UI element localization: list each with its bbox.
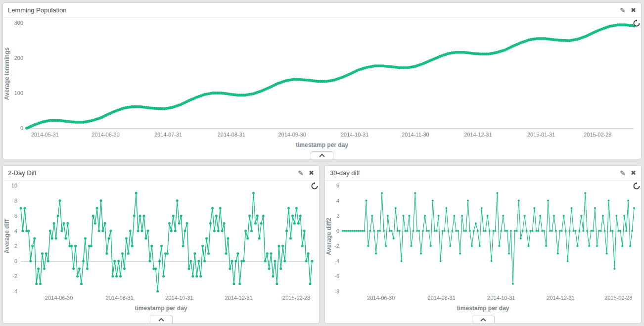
x-axis-title: timestamp per day [325, 304, 641, 314]
panel-header: Lemming Population ✎ ✖ [3, 3, 641, 18]
x-axis-title: timestamp per day [3, 141, 641, 151]
panel-lemming-population: Lemming Population ✎ ✖ Average lemmings … [2, 2, 642, 159]
lemming-population-chart-canvas[interactable] [3, 18, 641, 141]
edit-icon[interactable]: ✎ [620, 170, 626, 177]
chart-area: Average diff [3, 181, 319, 304]
collapse-button[interactable] [150, 316, 173, 323]
chart-area: Average lemmings [3, 18, 641, 141]
panel-body: Average diff timestamp per day [3, 181, 319, 323]
panel-header: 2-Day Diff ✎ ✖ [3, 166, 319, 181]
thirty-day-diff-chart-canvas[interactable] [325, 181, 641, 304]
panel-title: 30-day diff [330, 169, 360, 177]
collapse-button[interactable] [472, 316, 495, 323]
panel-30-day-diff: 30-day diff ✎ ✖ Average diff2 timestamp … [324, 165, 642, 324]
close-icon[interactable]: ✖ [631, 170, 636, 176]
chevron-up-icon [480, 318, 486, 322]
x-axis-title: timestamp per day [3, 304, 319, 314]
history-icon[interactable] [633, 182, 641, 190]
chevron-up-icon [319, 154, 325, 157]
panel-2-day-diff: 2-Day Diff ✎ ✖ Average diff timestamp pe… [2, 165, 320, 324]
chevron-up-icon [158, 318, 164, 322]
panel-body: Average diff2 timestamp per day [325, 181, 641, 323]
chart-area: Average diff2 [325, 181, 641, 304]
close-icon[interactable]: ✖ [309, 170, 314, 176]
bottom-row: 2-Day Diff ✎ ✖ Average diff timestamp pe… [2, 165, 642, 324]
panel-title: Lemming Population [8, 6, 67, 14]
panel-actions: ✎ ✖ [293, 170, 314, 177]
panel-actions: ✎ ✖ [615, 7, 636, 14]
panel-body: Average lemmings timestamp per day [3, 18, 641, 159]
collapse-button[interactable] [311, 151, 333, 159]
close-icon[interactable]: ✖ [631, 7, 636, 13]
edit-icon[interactable]: ✎ [620, 7, 626, 14]
edit-icon[interactable]: ✎ [298, 170, 304, 177]
panel-actions: ✎ ✖ [615, 170, 636, 177]
history-icon[interactable] [633, 19, 641, 27]
panel-title: 2-Day Diff [8, 169, 37, 177]
history-icon[interactable] [311, 182, 319, 190]
panel-header: 30-day diff ✎ ✖ [325, 166, 641, 181]
two-day-diff-chart-canvas[interactable] [3, 181, 319, 304]
